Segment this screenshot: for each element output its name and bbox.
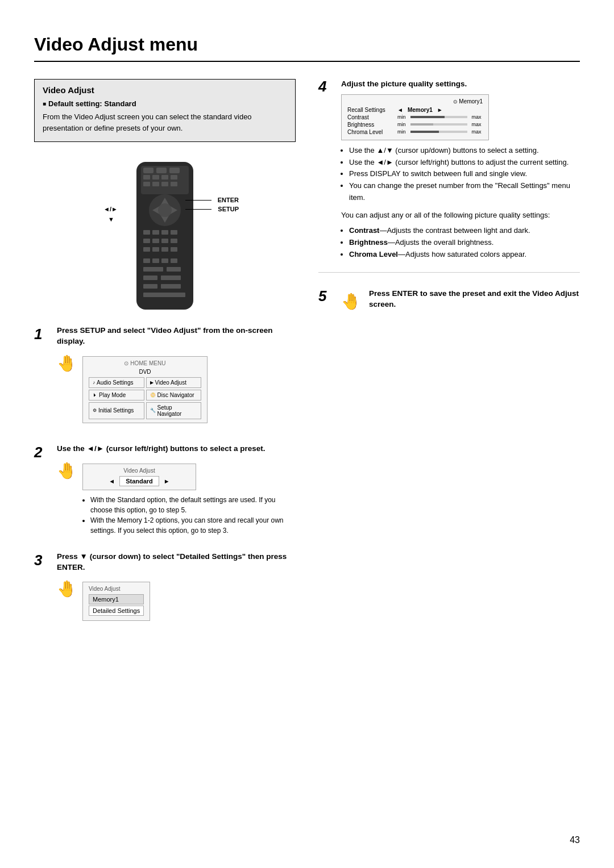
svg-rect-28: [152, 247, 159, 252]
chroma-slider: [410, 131, 467, 133]
svg-rect-27: [143, 247, 150, 252]
svg-rect-19: [143, 230, 150, 235]
detailed-screen: Video Adjust Memory1 Detailed Settings: [82, 582, 150, 621]
step-2: 2 Use the ◄/► (cursor left/right) button…: [34, 444, 296, 536]
svg-rect-21: [161, 230, 168, 235]
step-3-header: Press ▼ (cursor down) to select "Detaile…: [57, 552, 296, 573]
step-5-content: 🤚 Press ENTER to save the preset and exi…: [341, 289, 580, 315]
step-4-content: Adjust the picture quality settings. ⊙ M…: [341, 79, 580, 261]
hand-icon-3: 🤚: [57, 579, 77, 598]
main-layout: Video Adjust Default setting: Standard F…: [34, 79, 580, 641]
step-4-bullet-3: Press DISPLAY to switch between full and…: [349, 168, 580, 180]
step-3-content: Press ▼ (cursor down) to select "Detaile…: [57, 552, 296, 626]
preset-value: Standard: [119, 476, 159, 486]
preset-row: ◄ Standard ►: [89, 476, 190, 486]
step-2-number: 2: [34, 445, 48, 460]
quality-chroma: Chroma Level—Adjusts how saturated color…: [349, 249, 580, 261]
svg-rect-10: [152, 182, 159, 186]
contrast-row: Contrast min max: [347, 114, 483, 120]
right-arrow: ►: [164, 478, 170, 485]
step-5-number: 5: [318, 289, 332, 303]
svg-rect-39: [143, 284, 157, 289]
svg-rect-33: [161, 258, 168, 263]
svg-rect-31: [143, 258, 150, 263]
chroma-label: Chroma Level: [347, 129, 393, 135]
brightness-rest: —Adjusts the overall brightness.: [388, 238, 493, 247]
svg-rect-37: [143, 276, 157, 280]
step-5-header: Press ENTER to save the preset and exit …: [369, 289, 580, 310]
section-title: Video Adjust: [43, 85, 287, 95]
svg-rect-25: [161, 239, 168, 243]
recall-left-arrow: ◄: [397, 107, 403, 113]
hand-icon-5: 🤚: [341, 292, 361, 311]
hand-icon-2: 🤚: [57, 461, 77, 480]
default-setting: Default setting: Standard: [43, 99, 287, 108]
home-menu-subtitle: DVD: [89, 369, 201, 375]
step-2-bullet-1: With the Standard option, the default se…: [90, 495, 296, 515]
svg-point-18: [158, 203, 172, 217]
chroma-row: Chroma Level min max: [347, 129, 483, 135]
left-column: Video Adjust Default setting: Standard F…: [34, 79, 296, 641]
brightness-row: Brightness min max: [347, 122, 483, 128]
preset-screen: Video Adjust ◄ Standard ►: [82, 464, 196, 490]
left-arrow: ◄: [109, 478, 115, 485]
setup-label: SETUP: [218, 206, 239, 212]
svg-rect-8: [171, 175, 177, 180]
menu-disc-nav: 📀Disc Navigator: [146, 390, 202, 400]
chroma-min: min: [397, 129, 406, 135]
svg-rect-23: [143, 239, 150, 243]
svg-rect-4: [169, 168, 180, 173]
svg-rect-6: [152, 175, 159, 180]
video-adjust-box: Video Adjust Default setting: Standard F…: [34, 79, 296, 142]
step-3-number: 3: [34, 553, 48, 567]
memory-label: ⊙ Memory1: [347, 98, 483, 105]
svg-rect-32: [152, 258, 159, 263]
contrast-label: Contrast: [347, 114, 393, 120]
recall-row: Recall Settings ◄ Memory1 ►: [347, 107, 483, 113]
svg-rect-38: [161, 276, 181, 280]
page-number: 43: [570, 835, 580, 845]
svg-rect-24: [152, 239, 159, 243]
brightness-max: max: [472, 122, 482, 127]
svg-rect-2: [143, 168, 154, 173]
step-1-content: Press SETUP and select "Video Adjust" fr…: [57, 326, 296, 428]
svg-rect-12: [171, 182, 177, 186]
preset-title: Video Adjust: [89, 468, 190, 474]
quality-settings: Contrast—Adjusts the contrast between li…: [349, 225, 580, 260]
step-4-bullet-2: Use the ◄/► (cursor left/right) buttons …: [349, 157, 580, 169]
svg-rect-40: [161, 284, 181, 289]
quality-intro: You can adjust any or all of the followi…: [341, 210, 580, 221]
step-1: 1 Press SETUP and select "Video Adjust" …: [34, 326, 296, 428]
menu-play-mode: ⏵Play Mode: [89, 390, 144, 400]
recall-label: Recall Settings: [347, 107, 393, 113]
contrast-min: min: [397, 114, 406, 120]
left-arrow-label: ◄/►: [103, 206, 118, 212]
home-menu-icon: ⊙ HOME MENU: [89, 360, 201, 366]
detailed-item2: Detailed Settings: [89, 606, 144, 616]
step-3: 3 Press ▼ (cursor down) to select "Detai…: [34, 552, 296, 626]
svg-rect-29: [161, 247, 168, 252]
recall-right-arrow: ►: [437, 107, 443, 113]
page-title: Video Adjust menu: [34, 34, 580, 62]
step-2-header: Use the ◄/► (cursor left/right) buttons …: [57, 444, 296, 454]
chroma-max: max: [472, 129, 482, 135]
remote-illustration: ENTER SETUP ◄/► ▼: [34, 159, 296, 320]
svg-rect-7: [161, 175, 168, 180]
menu-setup-nav: 🔧Setup Navigator: [146, 402, 202, 419]
chroma-bold: Chroma Level: [349, 250, 398, 258]
svg-rect-30: [171, 247, 177, 252]
enter-label: ENTER: [218, 197, 239, 203]
svg-rect-22: [171, 230, 177, 235]
memory-screen: ⊙ Memory1 Recall Settings ◄ Memory1 ► Co…: [341, 94, 489, 140]
hand-icon-1: 🤚: [57, 354, 77, 373]
remote-svg: [119, 159, 210, 318]
svg-rect-35: [143, 267, 163, 272]
quality-contrast: Contrast—Adjusts the contrast between li…: [349, 225, 580, 237]
step-4-bullet-4: You can change the preset number from th…: [349, 180, 580, 204]
intro-text: From the Video Adjust screen you can sel…: [43, 111, 287, 133]
detailed-item1: Memory1: [89, 594, 144, 604]
brightness-min: min: [397, 122, 406, 127]
chroma-rest: —Adjusts how saturated colors appear.: [398, 250, 526, 258]
svg-rect-41: [143, 293, 185, 297]
step-4-bullet-1: Use the ▲/▼ (cursor up/down) buttons to …: [349, 145, 580, 157]
